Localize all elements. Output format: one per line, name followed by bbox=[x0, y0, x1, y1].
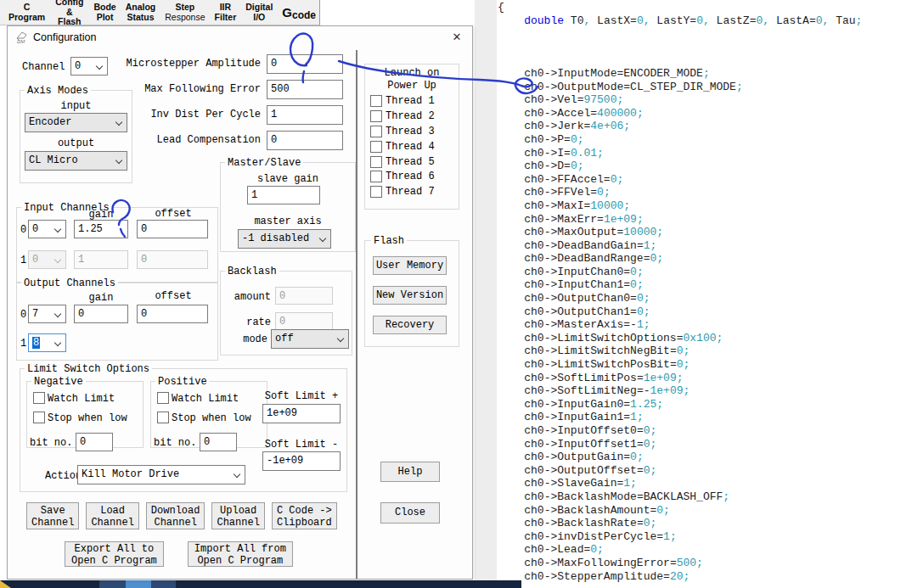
chevron-down-icon bbox=[54, 226, 61, 232]
upload-channel-button[interactable]: UploadChannel bbox=[211, 502, 264, 529]
toolbar-button-iir-filter[interactable]: IIRFilter bbox=[211, 2, 240, 23]
output-mode-select[interactable]: CL Micro bbox=[25, 151, 127, 171]
positive-title: Positive bbox=[155, 376, 210, 388]
input-gain0-input[interactable]: 1.25 bbox=[74, 220, 128, 238]
chevron-down-icon bbox=[337, 335, 344, 342]
thread-7-checkbox[interactable] bbox=[370, 186, 382, 198]
backlash-mode-select[interactable]: off bbox=[271, 329, 349, 349]
pos-stop-when-low-label: Stop when low bbox=[172, 412, 251, 424]
code-line: ch0->MaxErr=1e+09; bbox=[498, 213, 862, 227]
thread-7-label: Thread 7 bbox=[386, 186, 435, 198]
toolbar-button-analog-status[interactable]: AnalogStatus bbox=[122, 2, 160, 23]
input-mode-value: Encoder bbox=[29, 116, 71, 128]
output-channel0-select[interactable]: 7 bbox=[28, 305, 66, 323]
microstepper-label: Microstepper Amplitude bbox=[59, 58, 261, 70]
code-line: ch0->OutputMode=CL_STEP_DIR_MODE; bbox=[498, 81, 862, 94]
thread-3-label: Thread 3 bbox=[386, 126, 435, 137]
taskbar-item-active[interactable] bbox=[126, 580, 151, 588]
soft-limit-pos-label: Soft Limit + bbox=[262, 390, 341, 402]
pos-watch-limit-checkbox[interactable] bbox=[157, 392, 169, 404]
code-line: ch0->MasterAxis=-1; bbox=[498, 318, 862, 332]
slave-gain-label: slave gain bbox=[220, 173, 356, 185]
code-line: ch0->InputMode=ENCODER_MODE; bbox=[498, 67, 862, 81]
export-all-to-button[interactable]: Export All toOpen C Program bbox=[65, 541, 164, 567]
toolbar-button-c-program[interactable]: CProgram bbox=[5, 2, 48, 23]
output-channels-title: Output Channels bbox=[21, 277, 118, 289]
code-line: ch0->BacklashAmount=0; bbox=[498, 504, 862, 518]
pos-bit-input[interactable]: 0 bbox=[200, 433, 237, 451]
master-axis-select[interactable]: -1 disabled bbox=[238, 229, 331, 249]
help-button[interactable]: Help bbox=[380, 462, 440, 482]
neg-watch-limit-checkbox[interactable] bbox=[33, 392, 45, 404]
thread-3-checkbox[interactable] bbox=[370, 126, 382, 137]
chevron-down-icon bbox=[54, 311, 61, 317]
soft-limit-pos-input[interactable]: 1e+09 bbox=[262, 404, 341, 423]
import-all-from-button[interactable]: Import All fromOpen C Program bbox=[188, 541, 293, 567]
taskbar-strip[interactable] bbox=[0, 580, 521, 588]
new-version-button[interactable]: New Version bbox=[373, 286, 447, 305]
code-line: ch0->I=0.01; bbox=[498, 147, 862, 160]
code-line: ch0->Jerk=4e+06; bbox=[498, 120, 862, 133]
microstepper-input[interactable]: 0 bbox=[267, 54, 343, 74]
slave-gain-input[interactable]: 1 bbox=[247, 186, 320, 204]
pos-watch-limit-label: Watch Limit bbox=[172, 393, 239, 405]
output-offset0-input[interactable]: 0 bbox=[137, 305, 208, 323]
toolbar-button-digital-io[interactable]: DigitalI/O bbox=[242, 2, 276, 23]
thread-6-checkbox[interactable] bbox=[370, 171, 382, 182]
channel-buttons: SaveChannelLoadChannelDownloadChannelUpl… bbox=[26, 502, 337, 529]
output-row0-index: 0 bbox=[20, 309, 26, 321]
screen: { double T0, LastX=0, LastY=0, LastZ=0, … bbox=[0, 0, 912, 588]
thread-row: Thread 1 bbox=[370, 93, 457, 109]
taskbar-logo-icon[interactable] bbox=[0, 580, 11, 588]
max-following-error-input[interactable]: 500 bbox=[267, 80, 343, 99]
toolbar-button-config-flash[interactable]: Config& Flash bbox=[51, 0, 87, 28]
user-memory-button[interactable]: User Memory bbox=[373, 256, 447, 275]
toolbar-button-step-response[interactable]: StepResponse bbox=[161, 2, 208, 23]
neg-stop-when-low-checkbox[interactable] bbox=[33, 412, 45, 423]
output-channel1-select[interactable]: 8 bbox=[28, 333, 66, 352]
recovery-button[interactable]: Recovery bbox=[373, 316, 447, 334]
axis-input-label: input bbox=[20, 100, 132, 112]
c-code-clipboard-button[interactable]: C Code ->Clipboard bbox=[272, 502, 337, 529]
thread-2-checkbox[interactable] bbox=[370, 110, 382, 122]
download-channel-button[interactable]: DownloadChannel bbox=[146, 502, 205, 529]
code-line: ch0->LimitSwitchNegBit=0; bbox=[498, 344, 862, 358]
close-button[interactable]: Close bbox=[380, 502, 440, 524]
limit-action-value: Kill Motor Drive bbox=[82, 468, 179, 480]
chevron-down-icon bbox=[54, 339, 61, 346]
thread-4-checkbox[interactable] bbox=[370, 141, 382, 153]
input-offset-header: offset bbox=[144, 208, 203, 220]
neg-bit-input[interactable]: 0 bbox=[76, 433, 113, 451]
inv-dist-per-cycle-input[interactable]: 1 bbox=[267, 105, 343, 125]
pos-stop-when-low-checkbox[interactable] bbox=[157, 412, 169, 423]
toolbar-button-bode-plot[interactable]: BodePlot bbox=[90, 2, 119, 23]
pos-bit-label: bit no. bbox=[154, 437, 196, 449]
close-icon[interactable]: ✕ bbox=[449, 30, 464, 45]
limit-action-select[interactable]: Kill Motor Drive bbox=[77, 465, 245, 484]
chevron-down-icon bbox=[115, 157, 122, 164]
code-line: ch0->OutputChan0=0; bbox=[498, 292, 862, 305]
input-channel0-select[interactable]: 0 bbox=[28, 220, 66, 238]
code-line bbox=[498, 27, 862, 41]
soft-limit-neg-input[interactable]: -1e+09 bbox=[262, 451, 341, 471]
soft-limit-neg-label: Soft Limit - bbox=[262, 439, 341, 451]
code-lines[interactable]: { double T0, LastX=0, LastY=0, LastZ=0, … bbox=[498, 1, 862, 583]
code-line: ch0->MaxFollowingError=500; bbox=[498, 557, 862, 570]
code-line: ch0->InputChan0=0; bbox=[498, 266, 862, 279]
thread-5-checkbox[interactable] bbox=[370, 156, 382, 168]
input-offset0-input[interactable]: 0 bbox=[137, 220, 208, 238]
load-channel-button[interactable]: LoadChannel bbox=[86, 502, 138, 529]
lead-compensation-input[interactable]: 0 bbox=[267, 131, 343, 150]
backlash-mode-value: off bbox=[275, 333, 294, 344]
code-line: ch0->MaxI=10000; bbox=[498, 199, 862, 213]
flash-buttons: User MemoryNew VersionRecovery bbox=[373, 256, 447, 334]
dialog-titlebar[interactable]: DM Configuration ✕ bbox=[8, 26, 472, 48]
toolbar-button-g-code[interactable]: Gcode bbox=[279, 5, 319, 20]
thread-1-checkbox[interactable] bbox=[370, 95, 382, 107]
thread-2-label: Thread 2 bbox=[386, 110, 435, 122]
output-gain0-input[interactable]: 0 bbox=[74, 305, 128, 323]
input-channel1-select: 0 bbox=[28, 250, 66, 269]
save-channel-button[interactable]: SaveChannel bbox=[26, 502, 79, 529]
input-mode-select[interactable]: Encoder bbox=[25, 113, 127, 132]
master-axis-label: master axis bbox=[220, 216, 356, 227]
